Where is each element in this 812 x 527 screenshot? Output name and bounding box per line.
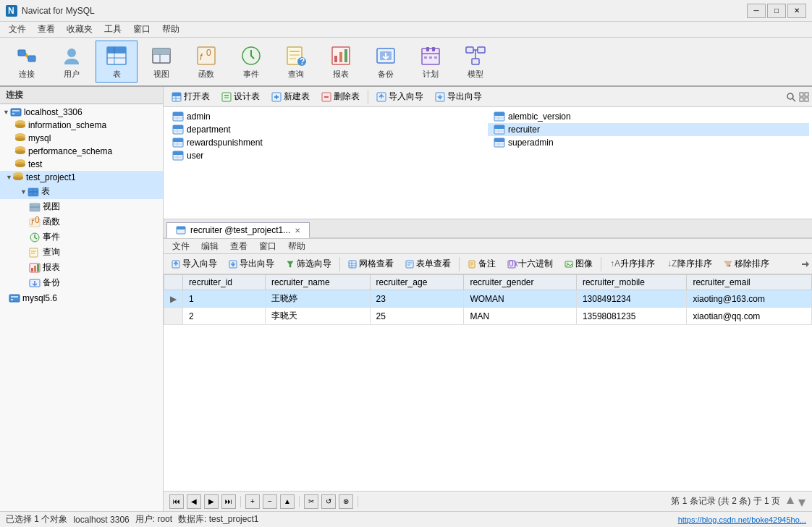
- new-table-btn[interactable]: 新建表: [266, 89, 315, 105]
- qt-image[interactable]: 图像: [559, 256, 598, 272]
- nav-refresh-btn[interactable]: ↺: [321, 494, 336, 509]
- cell-email-1[interactable]: xiaoting@163.com: [687, 290, 812, 308]
- toolbar-backup[interactable]: 备份: [365, 41, 407, 83]
- table-row[interactable]: 2 李晓天 25 MAN 13598081235 xiaotian@qq.com: [164, 308, 812, 325]
- grid-view-icon[interactable]: [799, 92, 809, 102]
- cell-name-1[interactable]: 王晓婷: [266, 290, 371, 308]
- menu-help[interactable]: 帮助: [156, 22, 185, 37]
- menu-window[interactable]: 窗口: [127, 22, 156, 37]
- query-tab-close[interactable]: ✕: [295, 227, 300, 235]
- qt-export[interactable]: 导出向导: [224, 256, 279, 272]
- tree-item-backups[interactable]: 备份: [0, 275, 163, 290]
- minimize-button[interactable]: ─: [747, 4, 766, 18]
- nav-delete-btn[interactable]: −: [263, 494, 277, 509]
- table-entry-rewards[interactable]: rewardspunishment: [166, 136, 488, 149]
- qt-note[interactable]: 备注: [462, 256, 501, 272]
- toolbar-function[interactable]: f 0 函数: [185, 41, 227, 83]
- qt-hex[interactable]: 0x 十六进制: [502, 256, 558, 272]
- qmenu-help[interactable]: 帮助: [282, 239, 311, 254]
- tree-item-test[interactable]: test: [0, 158, 163, 171]
- toolbar-user[interactable]: 用户: [51, 41, 93, 83]
- qmenu-view[interactable]: 查看: [224, 239, 253, 254]
- toolbar-view[interactable]: 视图: [140, 41, 182, 83]
- cell-gender-1[interactable]: WOMAN: [464, 290, 576, 308]
- design-table-btn[interactable]: 设计表: [216, 89, 265, 105]
- status-link[interactable]: https://blog.csdn.net/boke42945ho...: [678, 515, 806, 524]
- tree-item-views[interactable]: 视图: [0, 199, 163, 214]
- qt-filter[interactable]: 筛选向导: [281, 256, 337, 272]
- toolbar-query[interactable]: ? 查询: [275, 41, 317, 83]
- toolbar-table[interactable]: 表: [96, 41, 138, 83]
- toolbar-report[interactable]: 报表: [320, 41, 362, 83]
- table-entry-admin[interactable]: admin: [166, 110, 488, 123]
- tree-item-test-project1[interactable]: ▼ test_project1: [0, 171, 163, 184]
- tree-item-mysql56[interactable]: ▶ mysql5.6: [0, 292, 163, 305]
- table-entry-department[interactable]: department: [166, 123, 488, 136]
- menu-tools[interactable]: 工具: [98, 22, 127, 37]
- col-recruiter-mobile[interactable]: recruiter_mobile: [576, 275, 687, 290]
- qmenu-file[interactable]: 文件: [166, 239, 195, 254]
- toolbar-model[interactable]: 模型: [454, 41, 496, 83]
- tree-item-reports[interactable]: 报表: [0, 260, 163, 275]
- menu-view[interactable]: 查看: [32, 22, 61, 37]
- qt-more-icon[interactable]: [800, 260, 809, 269]
- nav-first-btn[interactable]: ⏮: [169, 494, 184, 509]
- qt-form[interactable]: 表单查看: [400, 256, 456, 272]
- data-grid[interactable]: recruiter_id recruiter_name recruiter_ag…: [164, 274, 812, 491]
- menu-favorites[interactable]: 收藏夹: [61, 22, 98, 37]
- cell-age-2[interactable]: 25: [370, 308, 464, 325]
- cell-mobile-2[interactable]: 13598081235: [576, 308, 687, 325]
- cell-email-2[interactable]: xiaotian@qq.com: [687, 308, 812, 325]
- qmenu-edit[interactable]: 编辑: [195, 239, 224, 254]
- menu-file[interactable]: 文件: [3, 22, 32, 37]
- table-entry-superadmin[interactable]: superadmin: [488, 136, 809, 149]
- scrollbar-arrow-down[interactable]: [798, 495, 806, 508]
- close-button[interactable]: ✕: [787, 4, 806, 18]
- nav-next-btn[interactable]: ▶: [204, 494, 219, 509]
- tree-item-localhost[interactable]: ▼ localhost_3306: [0, 106, 163, 119]
- tree-item-events[interactable]: 事件: [0, 229, 163, 245]
- table-entry-recruiter[interactable]: recruiter: [488, 123, 809, 136]
- nav-stop-btn[interactable]: ⊗: [339, 494, 353, 509]
- cell-mobile-1[interactable]: 1308491234: [576, 290, 687, 308]
- table-entry-alembic[interactable]: alembic_version: [488, 110, 809, 123]
- toolbar-schedule[interactable]: 计划: [410, 41, 452, 83]
- export-wizard-btn[interactable]: 导出向导: [430, 89, 487, 105]
- table-entry-user[interactable]: user: [166, 149, 488, 162]
- qt-remove-sort[interactable]: 移除排序: [719, 256, 774, 272]
- scrollbar-arrow-up[interactable]: [786, 495, 795, 508]
- query-tab-recruiter[interactable]: recruiter @test_project1... ✕: [166, 222, 310, 238]
- nav-prev-btn[interactable]: ◀: [187, 494, 201, 509]
- maximize-button[interactable]: □: [767, 4, 786, 18]
- col-recruiter-gender[interactable]: recruiter_gender: [464, 275, 576, 290]
- toolbar-event[interactable]: 事件: [230, 41, 272, 83]
- import-wizard-btn[interactable]: 导入向导: [371, 89, 428, 105]
- delete-table-btn[interactable]: 删除表: [316, 89, 365, 105]
- col-recruiter-name[interactable]: recruiter_name: [266, 275, 371, 290]
- col-recruiter-id[interactable]: recruiter_id: [183, 275, 266, 290]
- tree-item-queries[interactable]: 查询: [0, 245, 163, 260]
- cell-name-2[interactable]: 李晓天: [266, 308, 371, 325]
- qmenu-window[interactable]: 窗口: [253, 239, 282, 254]
- tree-item-mysql[interactable]: mysql: [0, 132, 163, 145]
- nav-last-btn[interactable]: ⏭: [221, 494, 236, 509]
- toolbar-connect[interactable]: 连接: [6, 41, 48, 83]
- qt-sort-desc[interactable]: ↓Z 降序排序: [661, 256, 717, 272]
- col-recruiter-email[interactable]: recruiter_email: [687, 275, 812, 290]
- nav-add-btn[interactable]: +: [245, 494, 260, 509]
- cell-id-1[interactable]: 1: [183, 290, 266, 308]
- nav-cut-btn[interactable]: ✂: [304, 494, 318, 509]
- qt-sort-asc[interactable]: ↑A 升序排序: [604, 256, 660, 272]
- tree-item-functions[interactable]: f 0 函数: [0, 214, 163, 229]
- cell-age-1[interactable]: 23: [370, 290, 464, 308]
- nav-up-btn[interactable]: ▲: [280, 494, 295, 509]
- tree-item-info-schema[interactable]: information_schema: [0, 119, 163, 132]
- tree-item-perf-schema[interactable]: performance_schema: [0, 145, 163, 158]
- table-row[interactable]: ▶ 1 王晓婷 23 WOMAN 1308491234 xiaoting@163…: [164, 290, 812, 308]
- tree-item-tables[interactable]: ▼ 表: [0, 184, 163, 199]
- search-icon[interactable]: [786, 92, 796, 102]
- qt-import[interactable]: 导入向导: [166, 256, 222, 272]
- cell-gender-2[interactable]: MAN: [464, 308, 576, 325]
- cell-id-2[interactable]: 2: [183, 308, 266, 325]
- qt-grid[interactable]: 网格查看: [343, 256, 399, 272]
